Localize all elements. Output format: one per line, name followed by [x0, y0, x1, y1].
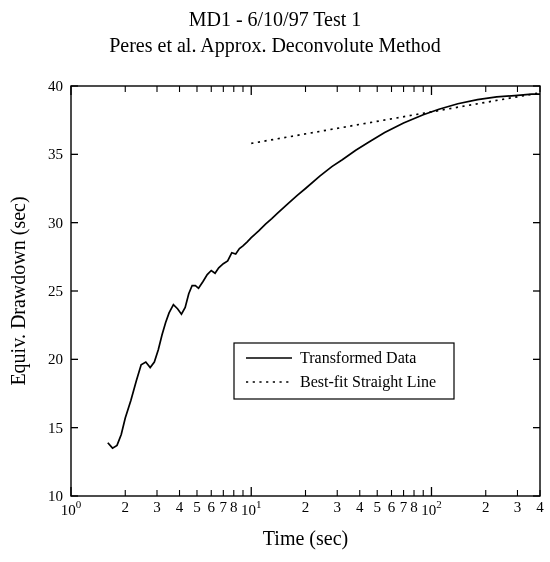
x-major-label: 100	[61, 498, 82, 518]
x-minor-label: 2	[302, 499, 310, 515]
x-minor-label: 7	[220, 499, 228, 515]
x-minor-label: 4	[176, 499, 184, 515]
x-minor-label: 4	[356, 499, 364, 515]
chart-title: MD1 - 6/10/97 Test 1	[189, 8, 362, 30]
x-minor-label: 5	[373, 499, 381, 515]
x-major-label: 102	[421, 498, 442, 518]
x-minor-label: 6	[388, 499, 396, 515]
chart-subtitle: Peres et al. Approx. Deconvolute Method	[109, 34, 441, 57]
y-tick-label: 25	[48, 283, 63, 299]
series-1	[251, 93, 540, 144]
legend-label: Transformed Data	[300, 349, 416, 366]
y-axis-label: Equiv. Drawdown (sec)	[7, 196, 30, 385]
x-axis-label: Time (sec)	[263, 527, 348, 550]
x-minor-label: 4	[536, 499, 544, 515]
x-minor-label: 6	[208, 499, 216, 515]
y-tick-label: 35	[48, 146, 63, 162]
x-minor-label: 2	[482, 499, 490, 515]
legend-label: Best-fit Straight Line	[300, 373, 436, 391]
x-minor-label: 8	[230, 499, 238, 515]
x-minor-label: 3	[514, 499, 522, 515]
y-tick-label: 30	[48, 215, 63, 231]
x-major-label: 101	[241, 498, 262, 518]
x-minor-label: 3	[333, 499, 341, 515]
x-minor-label: 7	[400, 499, 408, 515]
deconvolution-chart: MD1 - 6/10/97 Test 1Peres et al. Approx.…	[0, 0, 550, 562]
x-minor-label: 3	[153, 499, 161, 515]
x-minor-label: 2	[122, 499, 130, 515]
y-tick-label: 15	[48, 420, 63, 436]
x-minor-label: 8	[410, 499, 418, 515]
y-tick-label: 20	[48, 351, 63, 367]
plot-frame	[71, 86, 540, 496]
y-tick-label: 40	[48, 78, 63, 94]
x-minor-label: 5	[193, 499, 201, 515]
